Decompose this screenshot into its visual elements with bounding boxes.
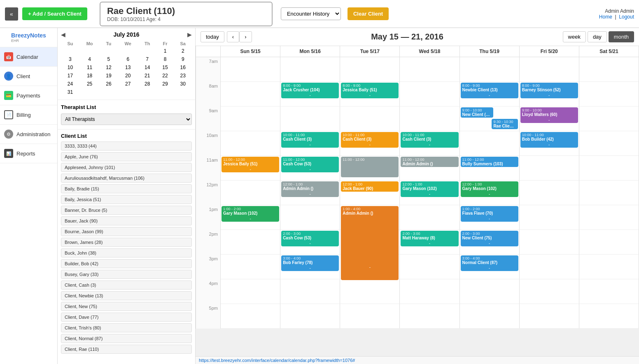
mini-cal-day[interactable]: 6: [118, 55, 139, 63]
cell-sat-9am[interactable]: [579, 107, 639, 131]
cell-fri-12pm[interactable]: [520, 181, 579, 205]
collapse-sidebar-button[interactable]: «: [5, 7, 18, 21]
cell-mon-5pm[interactable]: [280, 304, 340, 329]
sidebar-item-calendar[interactable]: 📅 Calendar: [0, 47, 57, 67]
cell-thu-2pm[interactable]: 2:00 - 3:00 New Client (75) -: [460, 230, 520, 255]
cell-fri-10am[interactable]: 10:00 - 11:00 Bob Builder (42) -: [520, 131, 579, 156]
cell-tue-11am[interactable]: 11:00 - 12:00: [340, 156, 400, 181]
appt-mon-8am[interactable]: 8:00 - 9:00 Jack Crusher (104) -: [281, 83, 339, 98]
cell-thu-12pm[interactable]: 12:00 - 1:00 Gary Mason (102) -: [460, 181, 520, 205]
cell-fri-11am[interactable]: [520, 156, 579, 181]
mini-cal-day[interactable]: 30: [174, 80, 192, 88]
appt-mon-11am[interactable]: 11:00 - 12:00 Cash Cow (53) -: [281, 157, 339, 172]
mini-cal-day[interactable]: 2: [174, 47, 192, 55]
cell-mon-7am[interactable]: [280, 57, 340, 82]
cell-fri-3pm[interactable]: [520, 255, 579, 279]
appt-tue-11am[interactable]: 11:00 - 12:00: [341, 157, 399, 177]
appt-mon-3pm[interactable]: 3:00 - 4:00 Bob Farley (78) -: [281, 255, 339, 271]
cell-sun-10am[interactable]: [221, 131, 280, 156]
appt-sun-11am[interactable]: 11:00 - 12:00 Jessica Baily (51) -: [222, 157, 279, 172]
cell-sat-7am[interactable]: [579, 57, 639, 82]
appt-thu-12pm[interactable]: 12:00 - 1:00 Gary Mason (102) -: [461, 181, 518, 197]
mini-cal-day[interactable]: 31: [61, 88, 79, 96]
clear-client-button[interactable]: Clear Client: [347, 7, 389, 20]
cell-tue-12pm[interactable]: 12:00 - 1:00 Jack Bauer (90): [340, 181, 400, 205]
mini-cal-day[interactable]: 15: [156, 63, 174, 72]
cell-tue-4pm[interactable]: [340, 279, 400, 304]
client-list-item[interactable]: Client, Trish's (80): [61, 323, 192, 332]
cell-sun-1pm[interactable]: 1:00 - 2:00 Gary Mason (102) -: [221, 205, 280, 230]
mini-cal-day[interactable]: 21: [138, 72, 156, 80]
mini-cal-day[interactable]: 9: [174, 55, 192, 63]
cell-sat-5pm[interactable]: [579, 304, 639, 329]
cell-thu-3pm[interactable]: 3:00 - 4:00 Normal Client (87) -: [460, 255, 520, 279]
client-list-item[interactable]: Baily, Bradie (15): [61, 184, 192, 193]
cell-sun-5pm[interactable]: [221, 304, 280, 329]
mini-cal-day[interactable]: 1: [156, 47, 174, 55]
client-list-item[interactable]: Brown, James (28): [61, 238, 192, 247]
appt-thu-9am-rae[interactable]: 9:30 - 10:30 Rae Client (110): [492, 119, 518, 129]
appt-wed-2pm[interactable]: 2:00 - 3:00 Matt Haraway (8) -: [401, 231, 458, 246]
appt-sun-1pm[interactable]: 1:00 - 2:00 Gary Mason (102) -: [222, 206, 279, 222]
client-list-item[interactable]: Client, Rae (110): [61, 345, 192, 354]
cell-sun-3pm[interactable]: [221, 255, 280, 279]
cell-tue-9am[interactable]: [340, 107, 400, 131]
sidebar-item-payments[interactable]: 💳 Payments: [0, 86, 57, 105]
sidebar-item-billing[interactable]: 📄 Billing: [0, 105, 57, 125]
mini-cal-day[interactable]: 7: [138, 55, 156, 63]
cell-sat-2pm[interactable]: [579, 230, 639, 255]
appt-fri-9am[interactable]: 9:00 - 10:00 Lloyd Walters (60) -: [520, 107, 578, 123]
client-list-item[interactable]: Apple, June (76): [61, 152, 192, 161]
mini-cal-day[interactable]: 28: [138, 80, 156, 88]
cell-wed-4pm[interactable]: [400, 279, 459, 304]
mini-cal-day[interactable]: 19: [100, 72, 117, 80]
mini-cal-day[interactable]: 10: [61, 63, 79, 72]
mini-cal-day[interactable]: 4: [79, 55, 100, 63]
appt-fri-8am[interactable]: 8:00 - 9:00 Barney Stinson (52) -: [520, 83, 578, 98]
cell-thu-11am[interactable]: 11:00 - 12:00 Bully Summers (103): [460, 156, 520, 181]
cell-thu-9am[interactable]: 9:00 - 10:00 New Client (75) 9:30 - 10:3…: [460, 107, 520, 131]
mini-cal-day[interactable]: 16: [174, 63, 192, 72]
mini-cal-next-button[interactable]: ▶: [187, 31, 192, 38]
cell-sat-4pm[interactable]: [579, 279, 639, 304]
cell-sun-12pm[interactable]: [221, 181, 280, 205]
cell-thu-7am[interactable]: [460, 57, 520, 82]
mini-cal-day[interactable]: 14: [138, 63, 156, 72]
cell-mon-3pm[interactable]: 3:00 - 4:00 Bob Farley (78) -: [280, 255, 340, 279]
day-view-button[interactable]: day: [588, 31, 607, 42]
appt-tue-8am[interactable]: 8:00 - 9:00 Jessica Baily (51) -: [341, 83, 399, 98]
sidebar-item-administration[interactable]: ⚙ Administration: [0, 125, 57, 144]
cell-fri-2pm[interactable]: [520, 230, 579, 255]
mini-cal-day[interactable]: 5: [100, 55, 117, 63]
cell-mon-10am[interactable]: 10:00 - 11:00 Cash Client (3) -: [280, 131, 340, 156]
cell-mon-1pm[interactable]: [280, 205, 340, 230]
cell-sun-11am[interactable]: 11:00 - 12:00 Jessica Baily (51) -: [221, 156, 280, 181]
appt-wed-10am[interactable]: 10:00 - 11:00 Cash Client (3) -: [401, 132, 458, 148]
cell-wed-2pm[interactable]: 2:00 - 3:00 Matt Haraway (8) -: [400, 230, 459, 255]
appt-tue-1pm[interactable]: 1:00 - 4:00 Admin Admin () -: [341, 206, 399, 280]
cell-thu-8am[interactable]: 8:00 - 9:00 Newbie Client (13) -: [460, 82, 520, 107]
client-list-item[interactable]: Client, Cash (3): [61, 281, 192, 290]
client-list-item[interactable]: Client, New (75): [61, 302, 192, 311]
cell-thu-4pm[interactable]: [460, 279, 520, 304]
cell-tue-7am[interactable]: [340, 57, 400, 82]
client-list-item[interactable]: Bourne, Jason (99): [61, 227, 192, 236]
cell-mon-11am[interactable]: 11:00 - 12:00 Cash Cow (53) -: [280, 156, 340, 181]
client-list-item[interactable]: Busey, Gary (33): [61, 270, 192, 279]
cell-mon-12pm[interactable]: 12:00 - 1:00 Admin Admin () -: [280, 181, 340, 205]
cell-sun-2pm[interactable]: [221, 230, 280, 255]
encounter-history-select[interactable]: Encounter History: [281, 7, 341, 20]
cell-tue-1pm[interactable]: 1:00 - 4:00 Admin Admin () -: [340, 205, 400, 230]
mini-cal-day[interactable]: 27: [118, 80, 139, 88]
cell-fri-4pm[interactable]: [520, 279, 579, 304]
sidebar-item-client[interactable]: 👤 Client: [0, 67, 57, 86]
appt-wed-11am[interactable]: 11:00 - 12:00 Admin Admin (): [401, 157, 458, 167]
appt-tue-12pm[interactable]: 12:00 - 1:00 Jack Bauer (90): [341, 181, 399, 192]
appt-thu-11am[interactable]: 11:00 - 12:00 Bully Summers (103): [461, 157, 518, 167]
cell-mon-2pm[interactable]: 2:00 - 3:00 Cash Cow (53) -: [280, 230, 340, 255]
cell-sat-1pm[interactable]: [579, 205, 639, 230]
cell-fri-1pm[interactable]: [520, 205, 579, 230]
appt-mon-12pm[interactable]: 12:00 - 1:00 Admin Admin () -: [281, 181, 339, 197]
mini-cal-day[interactable]: 12: [100, 63, 117, 72]
client-list-item[interactable]: Bauer, Jack (90): [61, 216, 192, 225]
